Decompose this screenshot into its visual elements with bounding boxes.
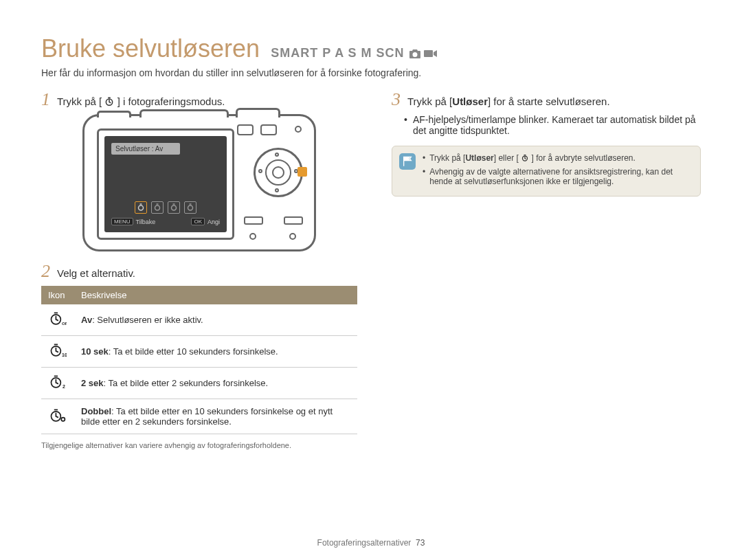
step3-a: Trykk på [: [407, 96, 452, 107]
table-row: 10 10 sek: Ta et bilde etter 10 sekunder…: [41, 336, 357, 368]
camera-orange-highlight: [297, 167, 307, 177]
svg-point-1: [139, 205, 144, 210]
row1-rest: : Ta et bilde etter 10 sekunders forsink…: [109, 346, 278, 357]
step-1: 1 Trykk på [ ] i fotograferingsmodus.: [41, 91, 357, 109]
right-column: 3 Trykk på [Utløser] for å starte selvut…: [392, 91, 701, 449]
row-icon-off: OFF: [41, 304, 74, 336]
cam-top-ridge-left: [97, 111, 131, 117]
camera-dial-center: [272, 166, 284, 179]
step-number-1: 1: [41, 91, 50, 109]
svg-point-12: [61, 417, 65, 421]
svg-text:OFF: OFF: [62, 322, 67, 326]
camera-angi-label: Angi: [207, 219, 220, 225]
intro-text: Her får du informasjon om hvordan du sti…: [41, 67, 701, 78]
video-mode-icon: [424, 49, 438, 58]
page: Bruke selvutløseren SMART P A S M SCN He…: [0, 0, 742, 560]
camera-lcd-title: Selvutløser : Av: [111, 143, 180, 155]
mode-text: SMART P A S M SCN: [271, 46, 404, 60]
svg-point-3: [172, 205, 177, 210]
camera-back-group: MENU Tilbake: [111, 218, 155, 225]
camera-bottom-button-1: [244, 216, 263, 225]
row-desc-off: Av: Selvutløseren er ikke aktiv.: [74, 304, 357, 336]
columns: 1 Trykk på [ ] i fotograferingsmodus.: [41, 91, 701, 449]
row2-rest: : Ta et bilde etter 2 sekunders forsinke…: [104, 378, 269, 388]
footer-page-number: 73: [416, 538, 425, 548]
row-desc-10s: 10 sek: Ta et bilde etter 10 sekunders f…: [74, 336, 357, 368]
row0-rest: : Selvutløseren er ikke aktiv.: [92, 315, 203, 325]
row-desc-double: Dobbel: Ta ett bilde etter en 10 sekunde…: [74, 399, 357, 434]
tip-list: Trykk på [Utløser] eller [ ] for å avbry…: [423, 153, 692, 186]
th-icon: Ikon: [41, 286, 74, 304]
camera-control-dial: [254, 148, 303, 197]
step-3-text: Trykk på [Utløser] for å starte selvutlø…: [407, 96, 610, 107]
step3-bullets: AF-hjelpelys/timerlampe blinker. Kamerae…: [404, 114, 701, 136]
camera-bottom-dot-2: [289, 233, 296, 240]
left-column: 1 Trykk på [ ] i fotograferingsmodus.: [41, 91, 357, 449]
page-title: Bruke selvutløseren: [41, 34, 260, 63]
footer-section: Fotograferingsalternativer: [317, 538, 412, 548]
camera-menu-button-label: MENU: [111, 218, 133, 225]
timer-icon: [104, 97, 114, 109]
row2-bold: 2 sek: [81, 378, 104, 388]
camera-dial-dot-bottom: [275, 188, 279, 192]
step-2: 2 Velg et alternativ.: [41, 262, 357, 280]
options-table: Ikon Beskrivelse OFF Av: Selvutløseren e…: [41, 286, 357, 434]
step1-part-a: Trykk på [: [57, 96, 102, 107]
step3-bullet-text: AF-hjelpelys/timerlampe blinker. Kamerae…: [413, 114, 701, 136]
table-row: Dobbel: Ta ett bilde etter en 10 sekunde…: [41, 399, 357, 434]
camera-dial-dot-left: [258, 169, 262, 173]
row3-rest: : Ta ett bilde etter en 10 sekunders for…: [81, 406, 333, 427]
timer-icon: [521, 154, 529, 164]
camera-option-double-icon: [184, 201, 196, 214]
info-icon: [399, 153, 416, 170]
camera-bottom-dot-1: [249, 233, 256, 240]
tip1-a: Trykk på [: [429, 153, 465, 163]
row3-bold: Dobbel: [81, 406, 111, 416]
tip1-bold: Utløser: [465, 153, 493, 163]
camera-option-icons: [111, 201, 220, 214]
camera-lcd-frame: Selvutløser : Av: [97, 128, 234, 240]
camera-illustration: Selvutløser : Av: [82, 114, 316, 251]
tip1-c: ] for å avbryte selvutløseren.: [531, 153, 635, 163]
camera-indicator-light: [295, 126, 302, 133]
svg-text:10: 10: [62, 352, 67, 357]
row-icon-double: [41, 399, 74, 434]
camera-ok-group: OK Angi: [191, 218, 220, 225]
tip2-text: Avhengig av de valgte alternativene for …: [429, 167, 692, 186]
step-1-text: Trykk på [ ] i fotograferingsmodus.: [57, 96, 225, 109]
svg-point-4: [188, 205, 193, 210]
step-number-3: 3: [392, 91, 401, 109]
title-row: Bruke selvutløseren SMART P A S M SCN: [41, 34, 701, 63]
table-footnote: Tilgjengelige alternativer kan variere a…: [41, 441, 357, 449]
camera-option-off-icon: [135, 201, 147, 214]
camera-option-10s-icon: [151, 201, 164, 214]
camera-dial-dot-top: [275, 153, 279, 157]
row0-bold: Av: [81, 315, 92, 325]
page-footer: Fotograferingsalternativer 73: [0, 538, 742, 548]
tip-item-2: Avhengig av de valgte alternativene for …: [423, 167, 692, 186]
step-2-text: Velg et alternativ.: [57, 267, 135, 279]
camera-right-controls: [237, 124, 306, 241]
camera-illustration-wrap: Selvutløser : Av: [41, 114, 357, 251]
row-icon-10s: 10: [41, 336, 74, 368]
camera-lcd-footer: MENU Tilbake OK Angi: [111, 218, 220, 225]
step1-part-b: ] i fotograferingsmodus.: [117, 96, 225, 107]
camera-option-2s-icon: [168, 201, 180, 214]
camera-ok-button-label: OK: [191, 218, 205, 225]
step3-bullet-1: AF-hjelpelys/timerlampe blinker. Kamerae…: [404, 114, 701, 136]
mode-icons: [409, 48, 438, 59]
table-row: OFF Av: Selvutløseren er ikke aktiv.: [41, 304, 357, 336]
svg-point-2: [155, 205, 160, 210]
camera-mode-icon: [409, 48, 421, 59]
camera-top-button-1: [237, 124, 254, 135]
tip1-content: Trykk på [Utløser] eller [ ] for å avbry…: [429, 153, 636, 164]
tip-box: Trykk på [Utløser] eller [ ] for å avbry…: [392, 146, 701, 197]
step3-bold: Utløser: [452, 96, 488, 107]
camera-back-label: Tilbake: [136, 219, 156, 225]
mode-indicators: SMART P A S M SCN: [271, 46, 437, 60]
row-desc-2s: 2 sek: Ta et bilde etter 2 sekunders for…: [74, 368, 357, 399]
camera-top-button-2: [260, 124, 277, 135]
camera-lcd-bottom: MENU Tilbake OK Angi: [111, 201, 220, 225]
cam-top-ridge-center: [139, 109, 229, 117]
table-row: 2 2 sek: Ta et bilde etter 2 sekunders f…: [41, 368, 357, 399]
